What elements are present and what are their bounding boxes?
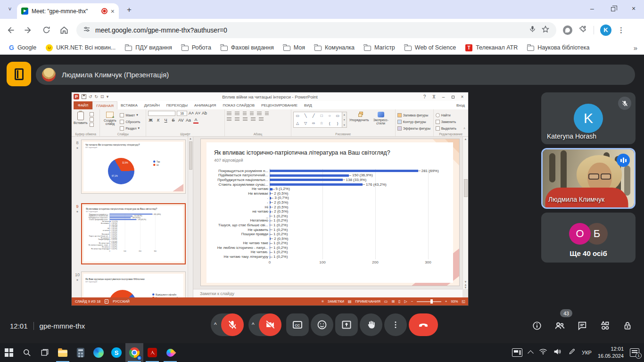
- ppt-help-icon[interactable]: ?: [420, 94, 429, 99]
- window-minimize-button[interactable]: –: [582, 0, 603, 17]
- zoom-level[interactable]: 93%: [451, 299, 458, 304]
- font-name-select[interactable]: [148, 111, 175, 116]
- window-restore-button[interactable]: [603, 0, 623, 17]
- editor-scrollbar[interactable]: ▲ ▼ ▲ ▼: [462, 137, 468, 289]
- tab-close-icon[interactable]: ×: [111, 8, 115, 15]
- ribbon-tab[interactable]: ДИЗАЙН: [141, 101, 163, 109]
- start-slideshow-icon[interactable]: ⊡: [100, 95, 104, 99]
- change-case-icon[interactable]: Aa: [186, 118, 191, 123]
- bookmark-star-icon[interactable]: [541, 25, 550, 35]
- columns-icon[interactable]: [259, 117, 264, 121]
- undo-icon[interactable]: ↺: [89, 95, 92, 99]
- new-tab-button[interactable]: +: [124, 4, 135, 16]
- underline-button[interactable]: Ч: [163, 118, 168, 123]
- slideshow-view-icon[interactable]: ▷: [404, 300, 407, 304]
- decrease-indent-icon[interactable]: [243, 112, 247, 115]
- taskbar-skype[interactable]: S: [107, 343, 125, 362]
- align-right-icon[interactable]: [243, 117, 248, 121]
- news-widget-icon[interactable]: [512, 348, 522, 357]
- bookmark-item[interactable]: Наукова бібліотека: [523, 42, 594, 53]
- ppt-sign-in[interactable]: Вход: [456, 103, 465, 107]
- participant-tile-liudmyla-speaking[interactable]: Людмила Климчук: [541, 148, 636, 209]
- bookmark-item[interactable]: Комуналка: [310, 42, 359, 53]
- bookmark-item[interactable]: Магістр: [360, 42, 399, 53]
- bookmarks-overflow-icon[interactable]: »: [634, 44, 637, 52]
- bookmark-item[interactable]: Робота: [177, 42, 215, 53]
- select-button[interactable]: Выделить: [436, 125, 456, 131]
- zoom-in-icon[interactable]: +: [445, 299, 447, 304]
- window-close-button[interactable]: ×: [623, 0, 644, 17]
- increase-indent-icon[interactable]: [250, 112, 254, 115]
- language-indicator[interactable]: РУССКИЙ: [113, 299, 130, 304]
- taskbar-paint3d[interactable]: [161, 343, 179, 362]
- presenter-banner[interactable]: Людмила Климчук (Презентація): [36, 65, 635, 85]
- camera-off-button[interactable]: [259, 313, 281, 336]
- redo-icon[interactable]: ↻: [95, 95, 99, 99]
- end-call-button[interactable]: [409, 313, 438, 336]
- replace-button[interactable]: Заменить: [436, 119, 456, 124]
- taskbar-clock[interactable]: 12:01 16.05.2024: [598, 346, 624, 360]
- ribbon-tab[interactable]: ПЕРЕХОДЫ: [163, 101, 191, 109]
- quick-styles-button[interactable]: Экспресс-стили: [372, 111, 390, 125]
- more-participants-tile[interactable]: О Б Ще 40 осіб: [541, 213, 636, 263]
- shapes-gallery[interactable]: ▭╲╱□○▭ △▽⇨☆{}: [293, 112, 342, 128]
- save-icon[interactable]: [82, 94, 86, 99]
- media-extension-icon[interactable]: [563, 25, 572, 35]
- url-bar[interactable]: meet.google.com/gpe-mmne-thx?authuser=0: [76, 22, 556, 38]
- text-direction-icon[interactable]: [265, 112, 269, 115]
- bookmark-item[interactable]: Моя: [279, 42, 309, 53]
- volume-icon[interactable]: [553, 348, 562, 357]
- bookmark-item[interactable]: UUKR.NET: Всі новин...: [41, 42, 120, 53]
- ribbon-tab-file[interactable]: ФАЙЛ: [74, 101, 92, 109]
- start-button[interactable]: [0, 343, 18, 362]
- spellcheck-icon[interactable]: [105, 299, 108, 304]
- character-spacing-icon[interactable]: AV: [178, 118, 183, 123]
- taskbar-chrome-active[interactable]: K: [125, 343, 143, 362]
- bold-button[interactable]: Ж: [148, 118, 153, 123]
- captions-button[interactable]: CC: [286, 313, 309, 336]
- taskbar-search-button[interactable]: [18, 343, 36, 362]
- italic-button[interactable]: К: [156, 118, 161, 123]
- back-icon[interactable]: [3, 23, 18, 38]
- find-button[interactable]: Найти: [436, 112, 456, 118]
- thumbnails-scrollbar[interactable]: ▲: [188, 137, 193, 297]
- task-view-button[interactable]: [36, 343, 54, 362]
- slide-canvas[interactable]: Як впливає історично-патріотична літерат…: [200, 139, 460, 286]
- paste-button[interactable]: Вставить: [74, 111, 88, 124]
- slide-8-thumbnail[interactable]: Чи читаєте Ви історично-патріотичну літе…: [81, 140, 186, 194]
- zoom-out-icon[interactable]: −: [411, 299, 413, 304]
- scrollbar-thumb[interactable]: [464, 179, 468, 197]
- numbering-icon[interactable]: [235, 112, 239, 115]
- ribbon-tab[interactable]: ВИД: [301, 101, 315, 109]
- fit-to-window-icon[interactable]: ◱: [462, 300, 465, 304]
- shapes-gallery-scroll[interactable]: ▲▼▼: [342, 112, 347, 128]
- shape-effects-button[interactable]: Эффекты фигуры: [397, 125, 430, 131]
- reading-view-icon[interactable]: ▯: [398, 300, 400, 304]
- reload-icon[interactable]: [39, 23, 54, 38]
- taskbar-acrobat[interactable]: [143, 343, 161, 362]
- cut-icon[interactable]: [90, 112, 94, 116]
- browser-tab[interactable]: Meet: "gpe-mmne-thx" ×: [17, 3, 119, 19]
- forward-icon[interactable]: [21, 23, 36, 38]
- grow-font-icon[interactable]: A˄: [189, 111, 194, 116]
- shape-outline-button[interactable]: Контур фигуры: [397, 119, 430, 124]
- ribbon-tab[interactable]: ВСТАВКА: [117, 101, 141, 109]
- voice-search-icon[interactable]: [528, 25, 537, 35]
- notes-toggle-icon[interactable]: ≡: [322, 300, 324, 304]
- format-painter-icon[interactable]: [90, 123, 94, 127]
- taskbar-file-explorer[interactable]: [54, 343, 72, 362]
- comments-toggle[interactable]: ПРИМЕЧАНИЯ: [355, 299, 380, 304]
- ribbon-tab[interactable]: ГЛАВНАЯ: [92, 101, 117, 109]
- taskbar-calculator[interactable]: [72, 343, 90, 362]
- wifi-icon[interactable]: [539, 348, 547, 357]
- shrink-font-icon[interactable]: A˅: [195, 111, 200, 116]
- zoom-slider-thumb[interactable]: [430, 299, 433, 304]
- bookmark-item[interactable]: Фахові видання: [216, 42, 278, 53]
- bullets-icon[interactable]: [227, 112, 231, 115]
- next-slide-button[interactable]: ▼: [464, 286, 467, 289]
- notification-center-icon[interactable]: 1: [630, 348, 639, 357]
- line-spacing-icon[interactable]: [257, 112, 262, 115]
- arrange-button[interactable]: Упорядочить: [349, 111, 370, 122]
- tray-expand-chevron-icon[interactable]: [528, 350, 534, 356]
- participants-button[interactable]: [553, 320, 566, 332]
